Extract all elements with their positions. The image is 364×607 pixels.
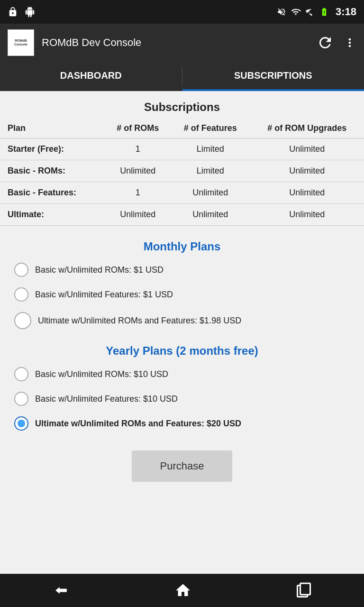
- app-title: ROMdB Dev Console: [42, 37, 309, 49]
- row-starter-upgrades: Unlimited: [250, 138, 364, 160]
- yearly-roms-radio[interactable]: [14, 367, 28, 381]
- monthly-plans-title: Monthly Plans: [14, 240, 350, 253]
- yearly-ultimate-radio[interactable]: [14, 416, 28, 431]
- svg-rect-1: [300, 583, 310, 595]
- monthly-features-radio[interactable]: [14, 287, 28, 302]
- monthly-roms-radio[interactable]: [14, 263, 28, 277]
- row-basicroms-plan: Basic - ROMs:: [0, 160, 105, 182]
- monthly-roms-label: Basic w/Unlimited ROMs: $1 USD: [35, 265, 164, 275]
- bottom-nav: [0, 574, 364, 607]
- col-roms: # of ROMs: [105, 119, 171, 138]
- recents-button[interactable]: [295, 582, 312, 599]
- monthly-ultimate-radio[interactable]: [14, 312, 31, 329]
- yearly-features-label: Basic w/Unlimited Features: $10 USD: [35, 394, 178, 404]
- col-plan: Plan: [0, 119, 105, 138]
- table-row: Ultimate: Unlimited Unlimited Unlimited: [0, 204, 364, 226]
- refresh-icon[interactable]: [317, 34, 334, 51]
- row-starter-features: Limited: [171, 138, 250, 160]
- subscriptions-section: Subscriptions Plan # of ROMs # of Featur…: [0, 91, 364, 226]
- monthly-ultimate-label: Ultimate w/Unlimited ROMs and Features: …: [38, 316, 241, 326]
- row-basicroms-roms: Unlimited: [105, 160, 171, 182]
- purchase-section: Purchase: [0, 446, 364, 491]
- app-logo: ROMdBConsole: [8, 29, 34, 56]
- yearly-plans-title: Yearly Plans (2 months free): [14, 344, 350, 358]
- monthly-features-label: Basic w/Unlimited Features: $1 USD: [35, 290, 173, 300]
- recents-icon: [295, 582, 312, 599]
- monthly-ultimate-option[interactable]: Ultimate w/Unlimited ROMs and Features: …: [14, 312, 350, 329]
- android-icon: [24, 7, 36, 17]
- row-starter-roms: 1: [105, 138, 171, 160]
- row-ultimate-plan: Ultimate:: [0, 204, 105, 226]
- row-ultimate-features: Unlimited: [171, 204, 250, 226]
- monthly-features-option[interactable]: Basic w/Unlimited Features: $1 USD: [14, 287, 350, 302]
- more-options-icon[interactable]: [343, 34, 356, 51]
- row-basicfeatures-plan: Basic - Features:: [0, 182, 105, 204]
- wifi-icon: [290, 7, 301, 17]
- row-basicfeatures-upgrades: Unlimited: [250, 182, 364, 204]
- tab-dashboard[interactable]: Dashboard: [0, 62, 182, 91]
- yearly-ultimate-option[interactable]: Ultimate w/Unlimited ROMs and Features: …: [14, 416, 350, 431]
- row-starter-plan: Starter (Free):: [0, 138, 105, 160]
- monthly-plans-section: Monthly Plans Basic w/Unlimited ROMs: $1…: [0, 226, 364, 344]
- app-bar-actions: [317, 34, 356, 51]
- tab-subscriptions[interactable]: Subscriptions: [182, 62, 364, 91]
- signal-icon: [305, 7, 315, 17]
- subscriptions-table: Plan # of ROMs # of Features # of ROM Up…: [0, 119, 364, 226]
- row-basicroms-upgrades: Unlimited: [250, 160, 364, 182]
- monthly-roms-option[interactable]: Basic w/Unlimited ROMs: $1 USD: [14, 263, 350, 277]
- yearly-roms-option[interactable]: Basic w/Unlimited ROMs: $10 USD: [14, 367, 350, 381]
- status-time: 3:18: [336, 6, 356, 18]
- tabs-container: Dashboard Subscriptions: [0, 62, 364, 91]
- battery-icon: [318, 7, 330, 17]
- lock-icon: [8, 7, 18, 17]
- status-bar: 3:18: [0, 0, 364, 24]
- home-icon: [174, 582, 191, 599]
- back-button[interactable]: [52, 583, 71, 598]
- table-row: Basic - Features: 1 Unlimited Unlimited: [0, 182, 364, 204]
- app-bar: ROMdBConsole ROMdB Dev Console: [0, 24, 364, 62]
- yearly-plans-section: Yearly Plans (2 months free) Basic w/Unl…: [0, 344, 364, 446]
- mute-icon: [277, 7, 286, 17]
- row-ultimate-roms: Unlimited: [105, 204, 171, 226]
- col-features: # of Features: [171, 119, 250, 138]
- purchase-button[interactable]: Purchase: [132, 451, 233, 482]
- row-basicroms-features: Limited: [171, 160, 250, 182]
- row-ultimate-upgrades: Unlimited: [250, 204, 364, 226]
- col-upgrades: # of ROM Upgrades: [250, 119, 364, 138]
- yearly-features-radio[interactable]: [14, 392, 28, 406]
- main-content: Subscriptions Plan # of ROMs # of Featur…: [0, 91, 364, 574]
- table-row: Basic - ROMs: Unlimited Limited Unlimite…: [0, 160, 364, 182]
- table-row: Starter (Free): 1 Limited Unlimited: [0, 138, 364, 160]
- row-basicfeatures-features: Unlimited: [171, 182, 250, 204]
- status-bar-left-icons: [8, 7, 36, 17]
- row-basicfeatures-roms: 1: [105, 182, 171, 204]
- status-bar-right-icons: 3:18: [277, 6, 356, 18]
- yearly-ultimate-label: Ultimate w/Unlimited ROMs and Features: …: [35, 419, 241, 429]
- home-button[interactable]: [174, 582, 191, 599]
- yearly-features-option[interactable]: Basic w/Unlimited Features: $10 USD: [14, 392, 350, 406]
- subscriptions-title: Subscriptions: [0, 91, 364, 119]
- back-icon: [52, 583, 71, 598]
- yearly-roms-label: Basic w/Unlimited ROMs: $10 USD: [35, 369, 168, 379]
